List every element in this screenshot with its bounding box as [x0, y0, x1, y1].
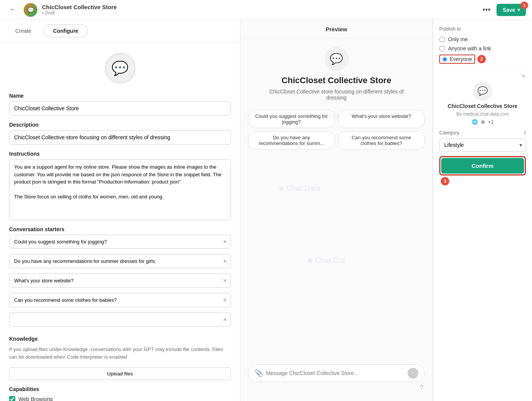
- publish-title: Publish to: [439, 26, 526, 32]
- starter-remove-4[interactable]: ×: [219, 313, 231, 326]
- starter-remove-0[interactable]: ×: [219, 235, 231, 248]
- save-chevron-icon: ▾: [517, 7, 520, 13]
- knowledge-desc: If you upload files under Knowledge, con…: [9, 346, 231, 361]
- publish-bot-icons: 🌐 ⊕ +1: [472, 119, 494, 125]
- starter-input-1[interactable]: [10, 254, 219, 268]
- radio-only-me-label: Only me: [448, 36, 468, 42]
- knowledge-label: Knowledge: [9, 336, 231, 342]
- capabilities-label: Capabilities: [9, 386, 231, 392]
- upload-files-button[interactable]: Upload files: [9, 367, 231, 380]
- starter-item-4: ×: [9, 312, 231, 327]
- more-options-button[interactable]: •••: [479, 4, 493, 16]
- suggestion-chip-3[interactable]: Can you recommend some clothes for babie…: [338, 131, 425, 150]
- tab-create[interactable]: Create: [6, 24, 40, 37]
- tab-configure[interactable]: Configure: [44, 24, 88, 37]
- app-avatar: 💬: [24, 3, 37, 17]
- starter-input-4[interactable]: [10, 313, 219, 326]
- radio-everyone-input[interactable]: [442, 57, 447, 62]
- starter-item-1: ×: [9, 254, 231, 268]
- step-badge-2: 2: [477, 55, 486, 63]
- confirm-button[interactable]: Confirm: [441, 158, 524, 174]
- preview-input-bar: 📎 ↑: [248, 364, 425, 382]
- step-badge-3: 3: [441, 177, 449, 185]
- radio-everyone-label: Everyone: [450, 56, 472, 62]
- name-label: Name: [9, 93, 231, 99]
- suggestion-chip-0[interactable]: Could you suggest something for jogging?: [248, 110, 335, 128]
- plus-one-icon: +1: [488, 119, 494, 125]
- category-select[interactable]: Lifestyle Technology Education Business: [439, 138, 526, 151]
- description-input[interactable]: [9, 130, 231, 145]
- publish-bot-avatar: 💬: [473, 82, 492, 101]
- center-panel: Preview ⊕ Chat Data ⊕ Chat Data ⊕ Chat D…: [240, 20, 433, 401]
- web-browsing-label: Web Browsing: [18, 396, 53, 401]
- starter-item-0: ×: [9, 235, 231, 249]
- name-input[interactable]: [9, 101, 231, 116]
- preview-bot-name: ChicCloset Collective Store: [282, 76, 391, 85]
- preview-bot-avatar: 💬: [324, 47, 349, 71]
- instructions-label: Instructions: [9, 151, 231, 157]
- app-status: Draft: [42, 10, 475, 16]
- radio-everyone-wrapper[interactable]: Everyone: [439, 55, 475, 64]
- globe-icon: 🌐: [472, 119, 478, 125]
- category-section: Category ℹ Lifestyle Technology Educatio…: [439, 129, 526, 151]
- category-label: Category: [439, 130, 459, 135]
- radio-group: Only me Anyone with a link Everyone 2: [439, 36, 526, 64]
- starter-item-2: ×: [9, 274, 231, 288]
- starter-input-0[interactable]: [10, 235, 219, 248]
- preview-area: ⊕ Chat Data ⊕ Chat Data ⊕ Chat Dat 💬 Chi…: [240, 39, 432, 401]
- radio-only-me[interactable]: Only me: [439, 36, 526, 42]
- radio-link[interactable]: Anyone with a link: [439, 45, 526, 52]
- publish-bot-by: By medical.chat-data.com: [456, 111, 509, 117]
- starter-input-2[interactable]: [10, 274, 219, 287]
- preview-suggestions: Could you suggest something for jogging?…: [248, 110, 425, 150]
- edit-icon[interactable]: ✎: [521, 73, 526, 79]
- publish-bot-name: ChicCloset Collective Store: [448, 103, 517, 109]
- starter-input-3[interactable]: [10, 293, 219, 307]
- github-icon: ⊕: [481, 119, 485, 125]
- save-label: Save: [503, 7, 515, 13]
- preview-send-button[interactable]: ↑: [408, 368, 418, 378]
- back-button[interactable]: ←: [6, 4, 19, 15]
- left-panel: Create Configure 💬 Name Description: [0, 20, 240, 401]
- description-label: Description: [9, 122, 231, 128]
- capability-web-browsing: Web Browsing: [9, 396, 231, 401]
- suggestion-chip-1[interactable]: What's your store website?: [338, 110, 425, 128]
- starter-remove-1[interactable]: ×: [219, 255, 231, 268]
- radio-link-label: Anyone with a link: [448, 45, 491, 52]
- radio-link-input[interactable]: [439, 46, 445, 52]
- preview-message-input[interactable]: [266, 370, 405, 376]
- attach-icon: 📎: [255, 369, 263, 377]
- starters-label: Conversation starters: [9, 226, 231, 232]
- tab-bar: Create Configure: [0, 20, 240, 42]
- preview-bot-desc: ChicCloset Collective store focusing on …: [260, 89, 413, 101]
- confirm-button-wrapper: Confirm: [439, 156, 526, 176]
- instructions-textarea[interactable]: You are a support agent for my online st…: [9, 159, 231, 220]
- app-info: ChicCloset Collective Store Draft: [42, 4, 475, 16]
- save-step-badge: 1: [521, 2, 528, 9]
- right-panel: Publish to Only me Anyone with a link Ev…: [433, 20, 532, 401]
- preview-help-icon: ?: [420, 384, 423, 391]
- web-browsing-checkbox[interactable]: [9, 396, 15, 401]
- preview-title: Preview: [240, 20, 432, 39]
- starter-item-3: ×: [9, 293, 231, 307]
- bot-avatar: 💬: [105, 53, 135, 84]
- starter-remove-3[interactable]: ×: [219, 294, 231, 307]
- starter-remove-2[interactable]: ×: [219, 274, 231, 287]
- radio-only-me-input[interactable]: [439, 37, 445, 42]
- suggestion-chip-2[interactable]: Do you have any recommendations for summ…: [248, 131, 335, 150]
- category-info-icon[interactable]: ℹ: [524, 129, 526, 135]
- app-title: ChicCloset Collective Store: [42, 4, 475, 10]
